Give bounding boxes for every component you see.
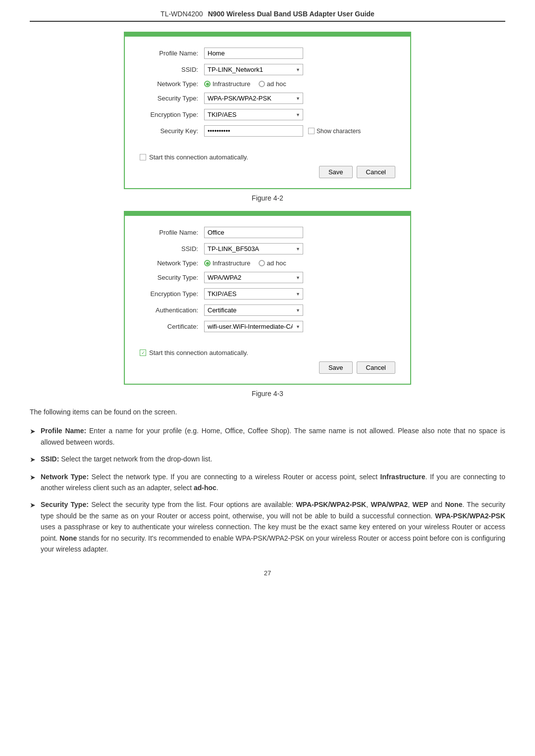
bullet-text-2: SSID: Select the target network from the… bbox=[41, 454, 505, 464]
auto-connect-row: Start this connection automatically. bbox=[140, 153, 395, 161]
bullet-text-1: Profile Name: Enter a name for your prof… bbox=[41, 425, 505, 448]
security-key-input[interactable] bbox=[204, 125, 303, 137]
dialog2-header-bar bbox=[125, 33, 410, 37]
fig3-profile-name-row: Profile Name: bbox=[140, 227, 395, 238]
dialog3-header-bar bbox=[125, 212, 410, 216]
fig3-security-type-select[interactable]: WPA/WPA2 bbox=[204, 272, 303, 283]
auto-connect-checkbox[interactable] bbox=[140, 154, 146, 160]
dialog2-footer: Save Cancel bbox=[140, 166, 395, 178]
fig3-adhoc-radio[interactable] bbox=[259, 260, 265, 266]
network-type-row: Network Type: Infrastructure ad hoc bbox=[140, 80, 395, 88]
page-number: 27 bbox=[30, 569, 505, 577]
ssid-label: SSID: bbox=[140, 66, 204, 73]
security-type-label: Security Type: bbox=[140, 95, 204, 102]
profile-name-row: Profile Name: bbox=[140, 48, 395, 59]
fig3-network-type-label: Network Type: bbox=[140, 259, 204, 267]
fig3-auto-connect-checkbox[interactable]: ✓ bbox=[140, 350, 146, 356]
fig3-adhoc-label: ad hoc bbox=[267, 259, 286, 267]
show-chars-checkbox[interactable] bbox=[308, 128, 315, 134]
encryption-type-select-wrapper: TKIP/AES bbox=[204, 109, 303, 120]
cancel-button-fig2[interactable]: Cancel bbox=[357, 166, 395, 178]
fig3-ssid-select-wrapper: TP-LINK_BF503A bbox=[204, 243, 303, 254]
ssid-row: SSID: TP-LINK_Network1 bbox=[140, 64, 395, 75]
bullet-arrow-3: ➤ bbox=[30, 472, 36, 483]
fig3-authentication-row: Authentication: Certificate bbox=[140, 304, 395, 316]
wpa-bold: WPA/WPA2 bbox=[371, 501, 408, 508]
bullet-text-4: Security Type: Select the security type … bbox=[41, 499, 505, 554]
bullet-item-4: ➤ Security Type: Select the security typ… bbox=[30, 499, 505, 554]
bullet-arrow-4: ➤ bbox=[30, 500, 36, 510]
adhoc-option[interactable]: ad hoc bbox=[259, 80, 286, 88]
fig3-infrastructure-option[interactable]: Infrastructure bbox=[204, 259, 251, 267]
dialog3-footer: Save Cancel bbox=[140, 361, 395, 374]
security-type-select[interactable]: WPA-PSK/WPA2-PSK bbox=[204, 93, 303, 104]
encryption-type-select[interactable]: TKIP/AES bbox=[204, 109, 303, 120]
fig3-network-type-row: Network Type: Infrastructure ad hoc bbox=[140, 259, 395, 267]
fig3-certificate-select[interactable]: wifi-user.WiFi-Intermediate-CA- bbox=[204, 321, 303, 332]
bullet-arrow-1: ➤ bbox=[30, 426, 36, 437]
fig3-profile-name-input[interactable] bbox=[204, 227, 303, 238]
none2-bold: None bbox=[59, 534, 77, 542]
fig3-security-type-row: Security Type: WPA/WPA2 bbox=[140, 272, 395, 283]
save-button-fig3[interactable]: Save bbox=[319, 361, 353, 374]
security-key-row: Security Key: Show characters bbox=[140, 125, 395, 137]
fig3-encryption-type-select-wrapper: TKIP/AES bbox=[204, 288, 303, 300]
fig3-encryption-type-label: Encryption Type: bbox=[140, 290, 204, 298]
infrastructure-bold: Infrastructure bbox=[380, 473, 426, 481]
network-type-radio-group: Infrastructure ad hoc bbox=[204, 80, 286, 88]
bullet-item-2: ➤ SSID: Select the target network from t… bbox=[30, 454, 505, 465]
bullet-item-1: ➤ Profile Name: Enter a name for your pr… bbox=[30, 425, 505, 448]
fig3-ssid-select[interactable]: TP-LINK_BF503A bbox=[204, 243, 303, 254]
fig3-network-type-radio-group: Infrastructure ad hoc bbox=[204, 259, 286, 267]
cancel-button-fig3[interactable]: Cancel bbox=[357, 361, 395, 374]
infrastructure-radio[interactable] bbox=[204, 81, 211, 87]
show-chars-label[interactable]: Show characters bbox=[308, 128, 361, 135]
fig3-encryption-type-select[interactable]: TKIP/AES bbox=[204, 288, 303, 300]
ssid-select-wrapper: TP-LINK_Network1 bbox=[204, 64, 303, 75]
wep-bold: WEP bbox=[413, 501, 428, 508]
fig3-infrastructure-radio[interactable] bbox=[204, 260, 211, 266]
infrastructure-label: Infrastructure bbox=[213, 80, 251, 88]
ssid-select[interactable]: TP-LINK_Network1 bbox=[204, 64, 303, 75]
figure3-label: Figure 4-3 bbox=[30, 390, 505, 398]
fig3-authentication-label: Authentication: bbox=[140, 306, 204, 314]
fig3-authentication-select[interactable]: Certificate bbox=[204, 304, 303, 316]
page-header: TL-WDN4200 N900 Wireless Dual Band USB A… bbox=[30, 10, 505, 22]
infrastructure-option[interactable]: Infrastructure bbox=[204, 80, 251, 88]
bullet-arrow-2: ➤ bbox=[30, 454, 36, 465]
auto-connect-label: Start this connection automatically. bbox=[149, 153, 248, 161]
save-button-fig2[interactable]: Save bbox=[319, 166, 353, 178]
fig3-certificate-label: Certificate: bbox=[140, 323, 204, 330]
fig3-certificate-select-wrapper: wifi-user.WiFi-Intermediate-CA- bbox=[204, 321, 303, 332]
bullet3-bold: Network Type: bbox=[41, 473, 89, 481]
security-type-select-wrapper: WPA-PSK/WPA2-PSK bbox=[204, 93, 303, 104]
wpa-psk2-bold: WPA-PSK/WPA2-PSK bbox=[435, 512, 505, 520]
model-number: TL-WDN4200 bbox=[160, 10, 203, 18]
bullet1-bold: Profile Name: bbox=[41, 427, 86, 435]
adhoc-radio[interactable] bbox=[259, 81, 265, 87]
fig3-profile-name-label: Profile Name: bbox=[140, 229, 204, 236]
fig3-security-type-select-wrapper: WPA/WPA2 bbox=[204, 272, 303, 283]
profile-name-input[interactable] bbox=[204, 48, 303, 59]
fig3-encryption-type-row: Encryption Type: TKIP/AES bbox=[140, 288, 395, 300]
wpa-psk-bold: WPA-PSK/WPA2-PSK bbox=[296, 501, 366, 508]
page-title: N900 Wireless Dual Band USB Adapter User… bbox=[208, 10, 374, 18]
adhoc-label: ad hoc bbox=[267, 80, 286, 88]
figure2-label: Figure 4-2 bbox=[30, 194, 505, 202]
figure3-dialog: Profile Name: SSID: TP-LINK_BF503A Netwo… bbox=[124, 211, 411, 385]
fig3-authentication-select-wrapper: Certificate bbox=[204, 304, 303, 316]
fig3-auto-connect-row: ✓ Start this connection automatically. bbox=[140, 349, 395, 356]
fig3-ssid-row: SSID: TP-LINK_BF503A bbox=[140, 243, 395, 254]
adhoc-bold: ad-hoc bbox=[194, 484, 216, 492]
fig3-adhoc-option[interactable]: ad hoc bbox=[259, 259, 286, 267]
fig3-ssid-label: SSID: bbox=[140, 245, 204, 252]
none-bold: None bbox=[445, 501, 462, 508]
encryption-type-label: Encryption Type: bbox=[140, 111, 204, 118]
content-intro: The following items can be found on the … bbox=[30, 406, 505, 417]
intro-text: The following items can be found on the … bbox=[30, 408, 177, 416]
figure2-dialog: Profile Name: SSID: TP-LINK_Network1 Net… bbox=[124, 32, 411, 189]
bullet-item-3: ➤ Network Type: Select the network type.… bbox=[30, 471, 505, 494]
fig3-infrastructure-label: Infrastructure bbox=[213, 259, 251, 267]
network-type-label: Network Type: bbox=[140, 80, 204, 88]
security-key-input-group: Show characters bbox=[204, 125, 361, 137]
